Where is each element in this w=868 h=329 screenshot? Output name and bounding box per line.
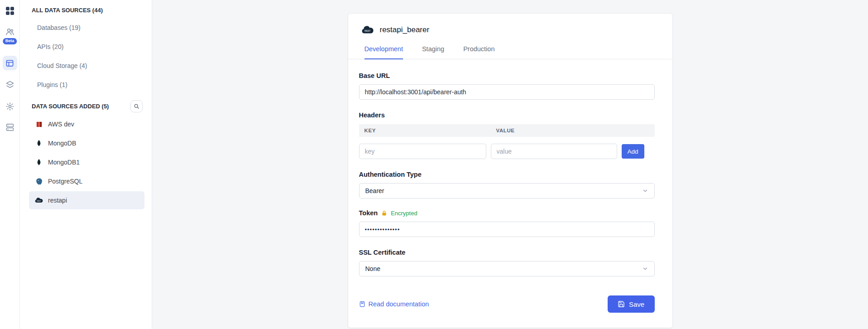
restapi-icon: REST	[34, 197, 43, 203]
card-header: REST restapi_bearer	[348, 14, 672, 34]
save-button[interactable]: Save	[608, 295, 655, 313]
page-title: restapi_bearer	[380, 25, 430, 34]
auth-type-select[interactable]: Bearer	[359, 183, 655, 198]
header-key-input[interactable]	[359, 144, 486, 159]
svg-text:REST: REST	[364, 29, 370, 32]
all-data-sources-header: ALL DATA SOURCES (44)	[20, 1, 152, 18]
header-value-input[interactable]	[491, 144, 617, 159]
datasource-label: restapi	[48, 197, 67, 204]
beta-badge: Beta	[3, 38, 17, 44]
base-url-input[interactable]	[359, 84, 655, 100]
svg-text:REST: REST	[37, 200, 41, 202]
save-icon	[618, 300, 625, 308]
encrypted-badge: Encrypted	[391, 210, 417, 217]
document-icon	[359, 300, 365, 308]
sidebar-item-aws-dev[interactable]: AWS dev	[29, 115, 144, 133]
tab-development[interactable]: Development	[364, 45, 403, 59]
datasource-label: AWS dev	[48, 121, 74, 128]
mongodb-icon	[34, 140, 43, 147]
main-content: REST restapi_bearer Development Staging …	[152, 0, 868, 329]
token-input[interactable]	[359, 222, 655, 237]
headers-label: Headers	[359, 111, 655, 119]
ssl-label: SSL Certificate	[359, 249, 655, 256]
auth-type-label: Authentication Type	[359, 171, 655, 178]
chevron-down-icon	[642, 266, 648, 272]
ssl-value: None	[365, 265, 380, 272]
gear-icon[interactable]	[5, 102, 14, 111]
token-label: Token	[359, 209, 378, 217]
sidebar-item-postgresql[interactable]: PostgreSQL	[29, 172, 144, 190]
add-header-button[interactable]: Add	[622, 144, 644, 159]
icon-rail: Beta	[0, 0, 20, 329]
datasource-label: MongoDB	[48, 140, 76, 147]
data-sources-added-title: DATA SOURCES ADDED (5)	[32, 103, 109, 110]
sidebar-item-apis[interactable]: APIs (20)	[20, 37, 152, 56]
lock-icon	[381, 210, 387, 216]
sidebar-item-mongodb[interactable]: MongoDB	[29, 134, 144, 152]
sidebar-item-cloud-storage[interactable]: Cloud Storage (4)	[20, 56, 152, 75]
tab-production[interactable]: Production	[463, 45, 494, 59]
sidebar-item-restapi[interactable]: REST restapi	[29, 191, 144, 209]
apps-grid-icon[interactable]	[5, 6, 14, 15]
ssl-certificate-select[interactable]: None	[359, 261, 655, 276]
datasource-label: MongoDB1	[48, 159, 80, 166]
auth-type-value: Bearer	[365, 187, 384, 194]
all-data-sources-title: ALL DATA SOURCES (44)	[32, 7, 103, 14]
save-label: Save	[629, 300, 644, 308]
environment-tabs: Development Staging Production	[348, 45, 672, 59]
datasource-label: PostgreSQL	[48, 178, 82, 185]
read-documentation-label: Read documentation	[369, 300, 429, 308]
data-sources-added-header: DATA SOURCES ADDED (5)	[20, 97, 152, 114]
headers-table-head: KEY VALUE	[359, 124, 655, 137]
mongodb-icon	[34, 159, 43, 166]
tab-staging[interactable]: Staging	[422, 45, 444, 59]
key-column-header: KEY	[359, 128, 491, 133]
search-icon	[134, 103, 139, 109]
data-sources-nav-icon[interactable]	[3, 56, 17, 70]
base-url-label: Base URL	[359, 72, 655, 79]
chevron-down-icon	[642, 188, 648, 194]
read-documentation-link[interactable]: Read documentation	[359, 300, 429, 308]
datasource-sidebar: ALL DATA SOURCES (44) Databases (19) API…	[20, 0, 152, 329]
sidebar-item-plugins[interactable]: Plugins (1)	[20, 75, 152, 94]
restapi-icon: REST	[361, 25, 374, 34]
aws-icon	[34, 121, 43, 128]
header-input-row: Add	[359, 144, 655, 159]
postgresql-icon	[34, 178, 43, 185]
value-column-header: VALUE	[491, 128, 515, 133]
datasource-config-card: REST restapi_bearer Development Staging …	[348, 13, 673, 328]
server-icon[interactable]	[5, 123, 14, 132]
sidebar-item-mongodb1[interactable]: MongoDB1	[29, 153, 144, 171]
form-footer: Read documentation Save	[359, 295, 655, 313]
sidebar-item-databases[interactable]: Databases (19)	[20, 18, 152, 37]
token-label-row: Token Encrypted	[359, 209, 655, 217]
datasource-form: Base URL Headers KEY VALUE Add Authentic…	[348, 59, 672, 313]
users-icon[interactable]	[5, 27, 14, 36]
layers-icon[interactable]	[5, 80, 14, 89]
search-button[interactable]	[130, 100, 143, 112]
